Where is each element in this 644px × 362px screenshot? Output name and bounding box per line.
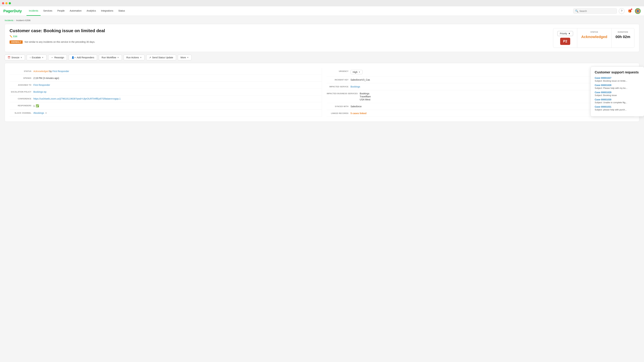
edit-link[interactable]: ✏️ Edit bbox=[10, 35, 550, 38]
case-subject-4: Subject: Unable to complete flig... bbox=[595, 101, 640, 104]
nav-icons: ? 🎁 👤 bbox=[619, 8, 641, 14]
escalate-icon: ↑ bbox=[30, 56, 31, 59]
details-right-column: URGENCY High ▼ INCIDENT KEY SalesforceV3… bbox=[322, 68, 634, 117]
linked-records-count[interactable]: 5 cases linked bbox=[350, 112, 366, 115]
detail-impacted-service-row: IMPACTED SERVICE Bookings bbox=[327, 83, 634, 90]
slack-channel-link[interactable]: #bookings bbox=[33, 112, 44, 114]
logo[interactable]: PagerDuty bbox=[3, 9, 22, 13]
status-section: STATUS Acknowledged bbox=[577, 28, 612, 48]
status-user-link[interactable]: First Responder bbox=[52, 70, 69, 72]
run-actions-button[interactable]: Run Actions ▼ bbox=[124, 55, 145, 60]
nav-item-status[interactable]: Status bbox=[116, 6, 127, 16]
urgency-select[interactable]: High ▼ bbox=[350, 70, 362, 74]
responders-field-value: 1 ✅ bbox=[33, 104, 39, 107]
case-item-3: Case 00001029 Subject: Booking issue bbox=[595, 91, 640, 96]
search-wrapper[interactable]: 🔍 bbox=[573, 8, 617, 13]
nav-item-integrations[interactable]: Integrations bbox=[98, 6, 116, 16]
detail-synced-row: SYNCED WITH Salesforce bbox=[327, 103, 634, 110]
escalate-label: Escalate bbox=[32, 56, 41, 59]
case-link-2[interactable]: Case 00001028 bbox=[595, 84, 640, 86]
incident-title-section: Customer case: Booking issue on limited … bbox=[10, 28, 550, 44]
escalate-button[interactable]: ↑ Escalate ▼ bbox=[27, 55, 46, 60]
duration-section: DURATION 00h 02m bbox=[612, 28, 634, 48]
escalation-field-value: Bookings-ep bbox=[33, 90, 46, 93]
case-link-4[interactable]: Case 00001030 bbox=[595, 98, 640, 101]
status-value: Acknowledged bbox=[581, 35, 607, 39]
detail-opened-row: OPENED 2:19 PM (3 minutes ago) bbox=[10, 75, 322, 82]
case-subject-2: Subject: Please help with my bo... bbox=[595, 87, 640, 89]
main-content: Incidents › Incident #1506 Customer case… bbox=[0, 16, 644, 362]
slack-field-label: SLACK CHANNEL bbox=[10, 112, 31, 114]
escalation-policy-link[interactable]: Bookings-ep bbox=[33, 90, 46, 93]
case-item-4: Case 00001030 Subject: Unable to complet… bbox=[595, 98, 640, 104]
edit-label: Edit bbox=[13, 35, 17, 38]
help-button[interactable]: ? bbox=[619, 8, 624, 14]
case-link-1[interactable]: Case 00001027 bbox=[595, 77, 640, 79]
incident-header-card: Customer case: Booking issue on limited … bbox=[5, 24, 639, 52]
more-button[interactable]: More ▼ bbox=[178, 55, 192, 60]
snooze-button[interactable]: ⏰ Snooze ▼ bbox=[5, 55, 25, 60]
gift-button[interactable]: 🎁 bbox=[627, 8, 632, 14]
impacted-biz-label: IMPACTED BUSINESS SERVICES bbox=[327, 92, 358, 94]
add-responders-icon: 👤+ bbox=[72, 56, 76, 59]
details-left-column: STATUS Acknowledged by First Responder O… bbox=[10, 68, 322, 117]
details-card: STATUS Acknowledged by First Responder O… bbox=[5, 63, 639, 122]
breadcrumb-parent[interactable]: Incidents bbox=[5, 19, 14, 22]
case-link-3[interactable]: Case 00001029 bbox=[595, 91, 640, 94]
minimize-button[interactable] bbox=[5, 2, 8, 4]
synced-with-value: Salesforce bbox=[350, 105, 362, 108]
slack-channel: #bookings ✕ bbox=[33, 112, 47, 114]
maximize-button[interactable] bbox=[9, 2, 11, 4]
detail-linked-records-row: LINKED RECORDS 5 cases linked bbox=[327, 110, 634, 117]
responders-field-label: RESPONDERS bbox=[10, 104, 31, 107]
linked-records-value: 5 cases linked bbox=[350, 112, 366, 115]
help-icon: ? bbox=[621, 9, 622, 12]
run-workflow-chevron-icon: ▼ bbox=[117, 56, 119, 58]
nav-item-people[interactable]: People bbox=[55, 6, 67, 16]
nav-item-analytics[interactable]: Analytics bbox=[84, 6, 98, 16]
escalation-field-label: ESCALATION POLICY bbox=[10, 90, 31, 93]
breadcrumb-current: Incident #1506 bbox=[16, 19, 30, 22]
more-chevron-icon: ▼ bbox=[187, 56, 189, 58]
nav-item-incidents[interactable]: Incidents bbox=[26, 6, 40, 16]
impacted-service-link[interactable]: Bookings bbox=[350, 85, 360, 88]
popup-title: Customer support requests bbox=[595, 70, 640, 74]
close-button[interactable] bbox=[2, 2, 4, 4]
run-workflow-button[interactable]: Run Workflow ▼ bbox=[99, 55, 122, 60]
case-item-2: Case 00001028 Subject: Please help with … bbox=[595, 84, 640, 89]
user-avatar[interactable]: 👤 bbox=[635, 8, 641, 14]
priority-label: Priority bbox=[560, 32, 567, 35]
status-panel: Priority ▼ P2 STATUS Acknowledged DURATI… bbox=[553, 28, 634, 48]
nav-item-automation[interactable]: Automation bbox=[67, 6, 84, 16]
incident-key-value: SalesforceV3_Cas bbox=[350, 78, 370, 81]
details-grid: STATUS Acknowledged by First Responder O… bbox=[10, 68, 634, 117]
nav-item-services[interactable]: Services bbox=[41, 6, 55, 16]
anomaly-row: ANOMALY Not similar to any incidents on … bbox=[10, 40, 550, 44]
conference-link[interactable]: https://us04web.zoom.us/j/79618119638?pw… bbox=[33, 97, 120, 100]
send-status-icon: ↗ bbox=[149, 56, 151, 59]
impacted-business-list: Bookings Travelflare USA West bbox=[360, 92, 371, 101]
breadcrumb: Incidents › Incident #1506 bbox=[5, 19, 639, 22]
edit-pencil-icon: ✏️ bbox=[10, 35, 12, 38]
add-responders-button[interactable]: 👤+ Add Responders bbox=[68, 55, 97, 60]
slack-field-value: #bookings ✕ bbox=[33, 112, 47, 114]
priority-chevron-icon: ▼ bbox=[568, 32, 570, 35]
send-status-update-button[interactable]: ↗ Send Status Update bbox=[146, 55, 176, 60]
priority-section: Priority ▼ P2 bbox=[553, 28, 577, 48]
opened-field-value: 2:19 PM (3 minutes ago) bbox=[33, 77, 59, 79]
slack-remove-button[interactable]: ✕ bbox=[45, 112, 47, 114]
impacted-service-label: IMPACTED SERVICE bbox=[327, 85, 348, 88]
escalate-chevron-icon: ▼ bbox=[42, 56, 44, 58]
responders-number: 1 bbox=[33, 105, 35, 107]
detail-urgency-row: URGENCY High ▼ bbox=[327, 68, 634, 76]
impacted-biz-item-3: USA West bbox=[360, 98, 371, 101]
reassign-button[interactable]: ↔ Reassign bbox=[48, 55, 67, 60]
search-input[interactable] bbox=[580, 10, 615, 12]
assigned-user-link[interactable]: First Responder bbox=[33, 84, 50, 86]
case-item-5: Case 00001031 Subject: please help with … bbox=[595, 105, 640, 111]
priority-button[interactable]: Priority ▼ bbox=[557, 31, 573, 36]
urgency-field-label: URGENCY bbox=[327, 70, 348, 72]
assigned-field-value: First Responder bbox=[33, 84, 50, 86]
impacted-biz-item-2: Travelflare bbox=[360, 95, 371, 98]
case-link-5[interactable]: Case 00001031 bbox=[595, 105, 640, 108]
